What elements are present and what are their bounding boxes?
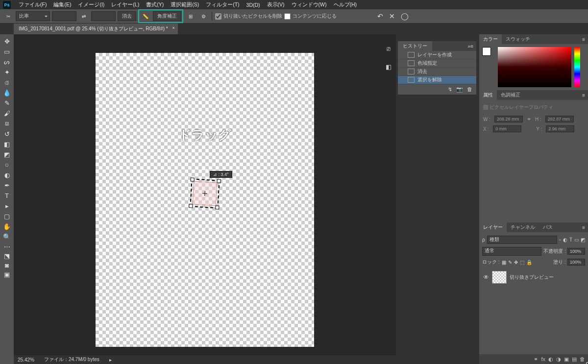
lock-icon[interactable]: ⬚ [520,260,524,265]
blur-tool[interactable]: ○ [1,160,12,170]
panel-flyout-icon[interactable]: ≡ [579,93,588,98]
tab-history[interactable]: ヒストリー [398,41,432,51]
clear-button[interactable]: 消去 [118,11,136,21]
x-field[interactable]: 0 mm [493,125,521,132]
document-tab[interactable]: IMG_20170814_0001.pdf @ 25.4% (切り抜きプレビュー… [14,24,178,34]
color-swap-icon[interactable]: ⬔ [1,251,12,260]
gear-icon[interactable]: ⚙ [198,11,209,22]
straighten-icon[interactable]: 📏 [140,11,151,22]
fill-field[interactable]: 100% [567,259,585,266]
fx-icon[interactable]: fx [541,356,545,363]
crop-handle[interactable] [217,179,220,183]
panel-flyout-icon[interactable]: ≡ [579,225,588,230]
trash-icon[interactable]: 🗑 [467,86,472,93]
folder-icon[interactable]: ▣ [564,356,569,363]
content-aware-checkbox[interactable]: コンテンツに応じる [284,13,337,20]
eraser-tool[interactable]: ◧ [1,139,12,149]
ratio-h-input[interactable] [91,11,116,21]
gradient-tool[interactable]: ◩ [1,149,12,159]
screen-mode-icon[interactable]: ▣ [1,270,12,279]
layer-thumbnail[interactable] [492,271,507,284]
filter-icon[interactable]: ▭ [574,237,579,243]
history-item[interactable]: 選択を解除 [398,76,476,84]
fg-bg-swatch[interactable] [482,47,495,60]
lock-icon[interactable]: ✥ [514,260,518,265]
menu-edit[interactable]: 編集(E) [50,0,74,9]
panel-flyout-icon[interactable]: »≡ [465,44,476,49]
history-item[interactable]: レイヤーを作成 [398,51,476,59]
camera-icon[interactable]: 📷 [456,86,463,93]
zoom-level[interactable]: 25.42% [18,357,34,363]
hand-tool[interactable]: ✋ [1,221,12,231]
tab-swatches[interactable]: スウォッチ [502,34,534,44]
move-tool[interactable]: ✥ [1,36,12,46]
history-item[interactable]: 色域指定 [398,59,476,68]
commit-icon[interactable]: ◯ [401,12,409,20]
pen-tool[interactable]: ✒ [1,180,12,190]
filter-icon[interactable]: ▫ [559,237,561,243]
quick-mask-icon[interactable]: ◙ [1,261,12,269]
menu-3d[interactable]: 3D(D) [244,1,263,9]
eyedropper-tool[interactable]: 💧 [1,88,12,97]
canvas-area[interactable]: ドラッグ → ⊿ : 3.4° [14,34,396,364]
filter-icon[interactable]: T [569,237,572,243]
y-field[interactable]: 2.96 mm [546,125,574,132]
menu-type[interactable]: 書式(Y) [143,0,167,9]
tab-properties[interactable]: 属性 [479,90,497,100]
new-layer-icon[interactable]: ▤ [572,356,577,363]
ratio-w-input[interactable] [52,11,76,21]
menu-help[interactable]: ヘルプ(H) [331,0,360,9]
mask-icon[interactable]: ◐ [548,356,553,363]
hue-strip[interactable] [574,47,580,87]
snapshot-icon[interactable]: ↯ [448,86,452,93]
menu-file[interactable]: ファイル(F) [16,0,49,9]
crop-bounds[interactable] [190,178,220,208]
stamp-tool[interactable]: ⧇ [1,119,12,128]
edit-toolbar[interactable]: ⋯ [1,242,12,251]
crop-handle[interactable] [189,204,193,208]
path-select-tool[interactable]: ▸ [1,201,12,211]
tab-paths[interactable]: パス [539,222,557,232]
canvas[interactable]: ドラッグ → ⊿ : 3.4° [96,53,314,347]
delete-cropped-checkbox[interactable]: 切り抜いたピクセルを削除 [215,13,282,20]
tab-channels[interactable]: チャンネル [507,222,539,232]
type-tool[interactable]: T [1,191,12,200]
ratio-dropdown[interactable]: 比率 [16,11,50,21]
lock-icon[interactable]: 🔒 [526,260,532,265]
close-tab-icon[interactable]: × [172,25,174,30]
menu-layer[interactable]: レイヤー(L) [108,0,142,9]
collapsed-panel-icon[interactable]: ◧ [386,63,392,71]
history-brush-tool[interactable]: ↺ [1,129,12,139]
visibility-icon[interactable]: 👁 [483,274,489,281]
crop-tool[interactable]: ⟃ [1,77,12,87]
lock-icon[interactable]: ▦ [502,260,506,265]
collapsed-panel-icon[interactable]: ⎚ [387,45,391,52]
width-field[interactable]: 208.28 mm [494,116,523,122]
shape-tool[interactable]: ▢ [1,211,12,221]
brush-tool[interactable]: 🖌 [1,108,12,118]
reset-icon[interactable]: ↶ [377,12,383,20]
layer-filter-input[interactable]: 種類 [487,236,558,244]
swap-icon[interactable]: ⇄ [78,11,89,22]
quick-select-tool[interactable]: ✦ [1,67,12,77]
tab-adjustments[interactable]: 色調補正 [497,90,524,100]
blend-mode-dropdown[interactable]: 通常 [482,247,541,256]
menu-window[interactable]: ウィンドウ(W) [289,0,330,9]
menu-image[interactable]: イメージ(I) [75,0,107,9]
chevron-right-icon[interactable]: ▸ [109,357,112,363]
crop-handle[interactable] [190,177,194,181]
marquee-tool[interactable]: ▭ [1,47,12,56]
crop-handle[interactable] [215,205,219,209]
height-field[interactable]: 282.87 mm [545,116,574,122]
trash-icon[interactable]: 🗑 [580,356,585,363]
opacity-field[interactable]: 100% [567,248,585,255]
lasso-tool[interactable]: ᔕ [1,57,12,67]
tab-color[interactable]: カラー [479,34,502,44]
menu-filter[interactable]: フィルター(T) [203,0,242,9]
link-layers-icon[interactable]: ⚭ [534,356,538,363]
straighten-button[interactable]: 角度補正 [153,11,181,21]
zoom-tool[interactable]: 🔍 [1,232,12,242]
adjustment-icon[interactable]: ◑ [556,356,561,363]
layer-item[interactable]: 👁 切り抜きプレビュー [482,269,585,286]
filter-icon[interactable]: ◩ [581,237,585,243]
